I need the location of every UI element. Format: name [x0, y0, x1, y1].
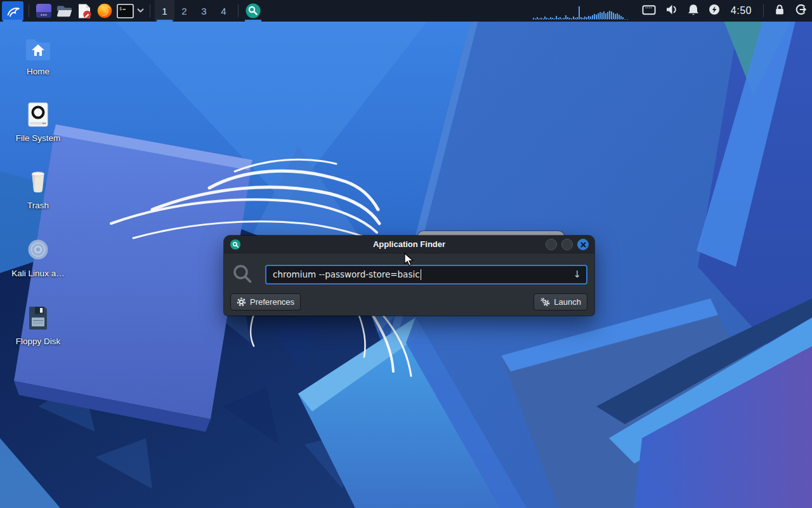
launcher-text-editor[interactable] [74, 0, 95, 22]
file-manager-icon [56, 3, 73, 18]
maximize-button[interactable] [561, 239, 573, 250]
notifications-bell-icon[interactable] [688, 4, 699, 18]
firefox-icon [96, 3, 113, 19]
text-editor-icon [77, 3, 92, 19]
workspace-switcher: 1 2 3 4 [155, 0, 233, 22]
application-finder-window: Application Finder ↓ [224, 236, 594, 316]
launcher-terminal[interactable]: $ [115, 0, 135, 22]
close-icon [580, 242, 586, 248]
desktop: Home File System Trash [0, 0, 812, 508]
display-icon[interactable] [642, 4, 656, 18]
launch-button[interactable]: Launch [534, 293, 587, 311]
window-titlebar[interactable]: Application Finder [224, 236, 594, 253]
text-caret [421, 269, 421, 280]
desktop-icon-label: File System [16, 134, 61, 144]
desktop-icon-label: Home [27, 67, 49, 77]
home-folder-icon [6, 33, 70, 64]
kali-menu-icon [2, 1, 23, 21]
desktop-icon-label: Floppy Disk [16, 337, 61, 347]
desktop-icon-kali-cd[interactable]: Kali Linux a… [6, 235, 70, 279]
launcher-firefox[interactable] [95, 0, 115, 22]
system-load-graph[interactable] [528, 0, 636, 22]
panel-separator [238, 4, 239, 17]
launcher-desktop-window[interactable] [34, 0, 54, 22]
desktop-icon-home[interactable]: Home [6, 33, 70, 77]
workspace-3[interactable]: 3 [194, 0, 214, 22]
trash-can-icon [6, 167, 70, 197]
app-finder-panel-button[interactable] [243, 0, 263, 22]
search-icon [232, 264, 254, 285]
hard-drive-icon [6, 100, 70, 130]
close-button[interactable] [577, 239, 589, 250]
desktop-icon-trash[interactable]: Trash [6, 167, 70, 211]
optical-disc-icon [6, 235, 70, 265]
window-title: Application Finder [224, 239, 594, 249]
workspace-2[interactable]: 2 [174, 0, 194, 22]
desktop-icon-label: Kali Linux a… [11, 269, 64, 279]
gear-icon [237, 297, 246, 307]
panel-separator [29, 4, 29, 17]
desktop-icon-floppy[interactable]: Floppy Disk [6, 303, 70, 347]
workspace-4[interactable]: 4 [214, 0, 233, 22]
panel-clock[interactable]: 4:50 [730, 5, 753, 17]
dropdown-arrow-icon[interactable]: ↓ [573, 269, 581, 280]
volume-icon[interactable] [665, 4, 678, 18]
workspace-1[interactable]: 1 [155, 0, 174, 22]
power-manager-icon[interactable] [709, 4, 720, 18]
minimize-button[interactable] [546, 239, 557, 250]
desktop-icon-filesystem[interactable]: File System [6, 100, 70, 144]
run-gears-icon [540, 297, 550, 307]
floppy-disk-icon [6, 303, 70, 333]
launcher-file-manager[interactable] [54, 0, 74, 22]
panel-separator [763, 4, 764, 17]
logout-icon[interactable] [795, 4, 807, 18]
command-input-wrapper: ↓ [265, 265, 587, 284]
app-finder-badge-icon [230, 239, 240, 250]
terminal-icon: $ [117, 4, 134, 18]
svg-text:$: $ [119, 6, 122, 11]
app-finder-icon [245, 3, 261, 19]
panel-separator [150, 4, 150, 17]
desktop-window-icon [36, 3, 52, 19]
lock-icon[interactable] [774, 4, 785, 18]
top-panel: $ 1 2 3 4 [0, 0, 812, 22]
preferences-button[interactable]: Preferences [230, 293, 301, 311]
applications-menu-button[interactable] [1, 0, 24, 22]
launcher-dropdown-chevron-icon[interactable] [135, 0, 145, 22]
desktop-icon-label: Trash [27, 201, 49, 211]
command-input[interactable] [266, 269, 586, 279]
